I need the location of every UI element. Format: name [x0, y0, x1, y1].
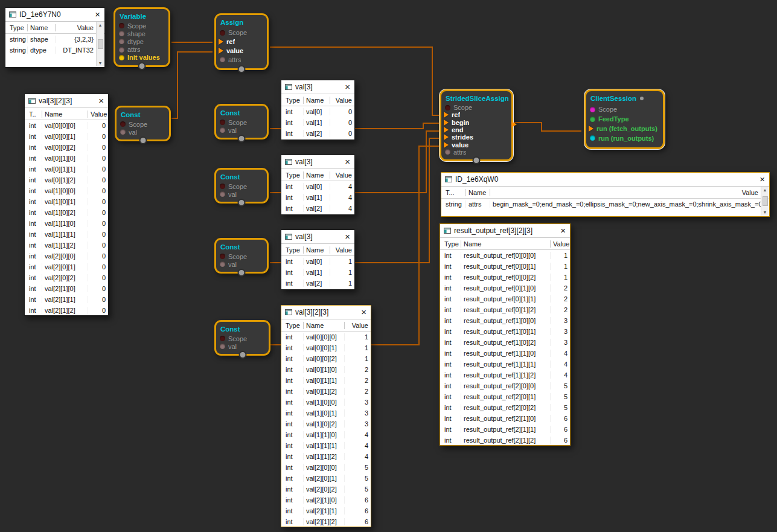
table-row[interactable]: intval[0][0][2]1 [281, 353, 371, 364]
table-row[interactable]: intval[0][1][0]2 [281, 364, 371, 375]
node-variable[interactable]: VariableScopeshapedtypeattrsInit values [114, 7, 170, 67]
node-const-5[interactable]: ConstScopeval [214, 320, 270, 356]
scroll-up-arrow[interactable]: ▲ [98, 22, 103, 28]
close-icon[interactable]: × [759, 175, 766, 184]
window-val-3-2-3-left[interactable]: val[3][2][3]×T..NameValueintval[0][0][0]… [24, 94, 109, 316]
port-scope[interactable]: Scope [120, 120, 167, 128]
port-shape[interactable]: shape [119, 30, 166, 37]
table-row[interactable]: intval[1][0][2]3 [281, 418, 371, 429]
table-row[interactable]: intval[0][0][0]1 [281, 332, 371, 342]
scrollbar[interactable]: ▲▼ [96, 22, 104, 66]
node-assign[interactable]: AssignScoperefvalueattrs [214, 13, 269, 70]
output-port[interactable] [238, 199, 246, 207]
table-row[interactable]: intresult_output_ref[2][1][0]6 [440, 413, 570, 424]
table-row[interactable]: intval[1][1][2]4 [281, 451, 371, 462]
node-const-1[interactable]: ConstScopeval [115, 106, 171, 141]
output-port[interactable] [238, 135, 246, 143]
table-row[interactable]: intval[0]4 [281, 181, 354, 192]
table-row[interactable]: intval[2][1][1]6 [281, 505, 371, 516]
table-row[interactable]: intval[0][0][1]1 [281, 342, 371, 353]
port-scope[interactable]: Scope [220, 182, 264, 190]
scroll-down-arrow[interactable]: ▼ [98, 60, 103, 66]
table-row[interactable]: intresult_output_ref[0][1][0]2 [440, 283, 570, 293]
table-row[interactable]: intval[2][0][1]0 [25, 261, 108, 272]
window-val-3-2-3-bottom[interactable]: val[3][2][3]×TypeNameValueintval[0][0][0… [281, 305, 371, 527]
port-strides[interactable]: strides [445, 133, 509, 141]
node-const-2[interactable]: ConstScopeval [214, 104, 269, 139]
port-scope[interactable]: Scope [445, 104, 509, 111]
table-row[interactable]: intval[1][0][1]3 [281, 408, 371, 418]
port-scope[interactable]: Scope [220, 252, 264, 260]
port-val[interactable]: val [220, 126, 264, 134]
node-client-session[interactable]: ClientSessionScopeFeedTyperun (fetch_out… [584, 89, 665, 149]
table-row[interactable]: intval[2]4 [281, 203, 354, 214]
table-row[interactable]: intval[2][0][1]5 [281, 473, 371, 484]
table-row[interactable]: intresult_output_ref[2][1][1]6 [440, 424, 570, 435]
table-row[interactable]: intresult_output_ref[1][1][0]4 [440, 348, 570, 359]
table-row[interactable]: intval[0][1][2]2 [281, 386, 371, 397]
window-titlebar[interactable]: val[3][2][3]× [281, 306, 371, 319]
window-titlebar[interactable]: ID_1e6XqW0× [441, 173, 769, 187]
window-val-3-middle[interactable]: val[3]×TypeNameValueintval[0]4intval[1]4… [281, 155, 355, 215]
node-const-4[interactable]: ConstScopeval [214, 238, 269, 274]
table-row[interactable]: intval[2][0][0]5 [281, 462, 371, 473]
output-port[interactable] [473, 156, 481, 164]
table-row[interactable]: intval[2][0][2]0 [25, 272, 108, 283]
table-row[interactable]: intval[2][1][2]6 [281, 516, 371, 527]
close-icon[interactable]: × [94, 10, 101, 19]
table-row[interactable]: intval[0][0][0]0 [25, 120, 108, 131]
table-row[interactable]: intresult_output_ref[0][0][2]1 [440, 272, 570, 283]
table-row[interactable]: intresult_output_ref[1][0][1]3 [440, 326, 570, 337]
window-val-3-lower[interactable]: val[3]×TypeNameValueintval[0]1intval[1]1… [281, 229, 355, 290]
port-ref[interactable]: ref [220, 38, 264, 46]
close-icon[interactable]: × [98, 97, 104, 105]
table-row[interactable]: intval[1][0][2]0 [25, 207, 108, 218]
table-row[interactable]: intval[0][0][2]0 [25, 142, 108, 153]
table-row[interactable]: intval[0][1][1]2 [281, 375, 371, 386]
table-row[interactable]: stringdtypeDT_INT32 [5, 45, 104, 56]
scrollbar-thumb[interactable] [763, 196, 768, 206]
table-row[interactable]: intresult_output_ref[1][0][2]3 [440, 337, 570, 348]
table-row[interactable]: intval[2][1][0]6 [281, 495, 371, 505]
table-row[interactable]: intval[1][1][0]0 [25, 218, 108, 229]
port-value[interactable]: value [445, 141, 509, 148]
scroll-up-arrow[interactable]: ▲ [763, 187, 767, 193]
port-val[interactable]: val [220, 342, 266, 350]
table-row[interactable]: intval[0]1 [281, 256, 354, 267]
node-graph-canvas[interactable]: VariableScopeshapedtypeattrsInit valuesA… [0, 0, 777, 532]
window-titlebar[interactable]: val[3]× [281, 155, 354, 169]
table-row[interactable]: intval[0][0][1]0 [25, 131, 108, 142]
port-end[interactable]: end [445, 126, 509, 133]
table-row[interactable]: intval[0][1][2]0 [25, 175, 108, 185]
scroll-down-arrow[interactable]: ▼ [763, 210, 767, 215]
port-begin[interactable]: begin [445, 119, 509, 126]
table-row[interactable]: intval[1]4 [281, 192, 354, 203]
port-attrs[interactable]: attrs [220, 56, 264, 63]
table-row[interactable]: intval[2][1][2]0 [25, 305, 108, 315]
table-row[interactable]: intresult_output_ref[2][0][0]5 [440, 380, 570, 391]
close-icon[interactable]: × [360, 308, 367, 316]
close-icon[interactable]: × [560, 226, 566, 235]
close-icon[interactable]: × [344, 232, 351, 241]
close-icon[interactable]: × [344, 158, 351, 166]
port-value[interactable]: value [220, 46, 264, 54]
port-dtype[interactable]: dtype [119, 37, 166, 45]
table-row[interactable]: intval[2][1][1]0 [25, 294, 108, 305]
window-titlebar[interactable]: val[3]× [281, 230, 354, 244]
table-row[interactable]: intresult_output_ref[0][1][1]2 [440, 293, 570, 304]
port-feedtype[interactable]: FeedType [590, 115, 660, 123]
output-port[interactable] [238, 351, 246, 359]
window-id-1e6y7n0[interactable]: ID_1e6Y7N0×TypeNameValuestringshape{3,2,… [5, 7, 105, 68]
table-row[interactable]: intval[1][1][2]0 [25, 240, 108, 251]
window-titlebar[interactable]: result_output_ref[3][2][3]× [440, 224, 570, 238]
table-row[interactable]: intresult_output_ref[0][1][2]2 [440, 304, 570, 315]
close-icon[interactable]: × [344, 83, 351, 91]
port-val[interactable]: val [220, 190, 264, 198]
scrollbar[interactable]: ▲▼ [761, 187, 769, 216]
table-row[interactable]: intval[2][0][2]5 [281, 484, 371, 495]
port-val[interactable]: val [120, 128, 167, 136]
table-row[interactable]: intval[1][0][0]3 [281, 397, 371, 408]
port-scope[interactable]: Scope [119, 22, 166, 30]
table-row[interactable]: intval[2]1 [281, 278, 354, 289]
table-row[interactable]: intval[2][0][0]0 [25, 251, 108, 261]
